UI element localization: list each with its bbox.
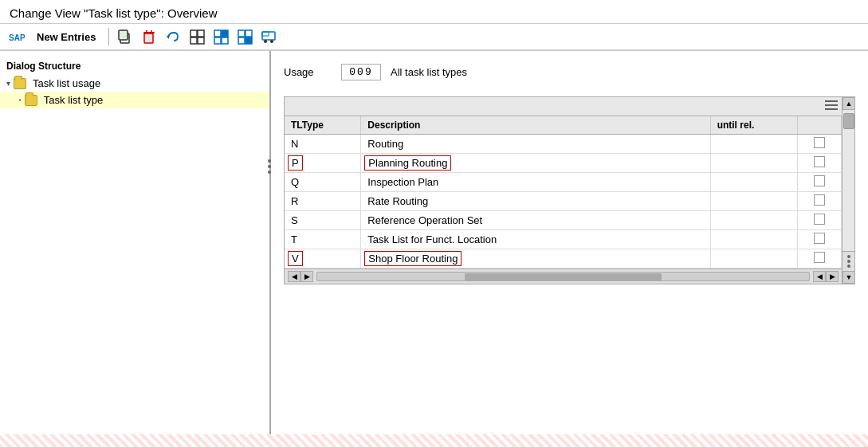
delete-icon[interactable] — [139, 27, 159, 46]
resize-handle[interactable] — [268, 159, 271, 174]
cell-check-s[interactable] — [798, 211, 842, 230]
cell-desc-q: Inspection Plan — [361, 173, 710, 192]
svg-rect-10 — [190, 37, 197, 44]
folder-icon — [14, 78, 26, 89]
scroll-track-v[interactable] — [842, 110, 854, 251]
sidebar-item-task-list-usage[interactable]: ▾ Task list usage — [0, 75, 269, 92]
usage-label: Usage — [284, 66, 332, 78]
data-table: TLType Description until rel. N Routing — [285, 116, 842, 269]
scroll-right-small[interactable]: ▶ — [300, 271, 313, 282]
sidebar-title: Dialog Structure — [0, 57, 269, 75]
svg-rect-5 — [143, 32, 155, 33]
svg-rect-19 — [245, 30, 252, 37]
cell-desc-r: Rate Routing — [361, 192, 710, 211]
svg-rect-4 — [144, 33, 153, 43]
table-row[interactable]: N Routing — [285, 135, 842, 154]
cell-tltype-p: P — [285, 154, 361, 173]
content-area: Usage 009 All task list types — [271, 51, 868, 434]
table-settings-icon[interactable] — [824, 99, 839, 114]
table-row[interactable]: V Shop Floor Routing — [285, 249, 842, 269]
red-border-p: P — [288, 155, 303, 171]
usage-description: All task list types — [391, 66, 467, 78]
red-border-p-desc: Planning Routing — [364, 155, 451, 171]
bottom-stripe — [0, 434, 868, 447]
sidebar-item-task-list-type[interactable]: ▪ Task list type — [0, 92, 269, 108]
copy-icon[interactable] — [116, 27, 135, 46]
cell-check-n[interactable] — [798, 135, 842, 154]
task-list-usage-label: Task list usage — [33, 77, 100, 89]
cell-tltype-r: R — [285, 192, 361, 211]
cell-until-r — [710, 192, 798, 211]
red-border-v-desc: Shop Floor Routing — [364, 251, 461, 266]
svg-rect-18 — [238, 37, 245, 44]
sap-icon: SAP — [6, 27, 26, 46]
cell-check-r[interactable] — [798, 192, 842, 211]
cell-desc-t: Task List for Funct. Location — [361, 230, 710, 249]
usage-row: Usage 009 All task list types — [284, 64, 855, 80]
transport-icon[interactable] — [259, 27, 278, 46]
cell-until-v — [710, 249, 798, 269]
cell-until-t — [710, 230, 798, 249]
svg-rect-9 — [190, 30, 197, 37]
col-description-header: Description — [361, 116, 710, 135]
table-row[interactable]: P Planning Routing — [285, 154, 842, 173]
cell-until-n — [710, 135, 798, 154]
cell-tltype-v: V — [285, 249, 361, 269]
cell-desc-n: Routing — [361, 135, 710, 154]
toolbar: SAP New Entries — [0, 24, 868, 51]
scroll-track-h[interactable] — [316, 272, 810, 281]
scroll-up-button[interactable]: ▲ — [842, 97, 855, 110]
import-icon[interactable] — [235, 27, 254, 46]
task-list-type-label: Task list type — [44, 94, 103, 106]
cell-until-p — [710, 154, 798, 173]
svg-marker-8 — [167, 34, 169, 39]
scroll-left-button[interactable]: ◀ — [288, 271, 300, 282]
cell-until-q — [710, 173, 798, 192]
cell-check-q[interactable] — [798, 173, 842, 192]
cell-tltype-n: N — [285, 135, 361, 154]
table-wrapper: TLType Description until rel. N Routing — [285, 97, 842, 284]
scroll-down-button[interactable]: ▼ — [842, 271, 855, 284]
usage-value: 009 — [341, 64, 381, 80]
cell-until-s — [710, 211, 798, 230]
cell-desc-v: Shop Floor Routing — [361, 249, 710, 269]
cell-desc-p: Planning Routing — [361, 154, 710, 173]
new-entries-button[interactable]: New Entries — [30, 29, 102, 45]
table-row[interactable]: Q Inspection Plan — [285, 173, 842, 192]
table-header-row: TLType Description until rel. — [285, 116, 842, 135]
export-icon[interactable] — [211, 27, 230, 46]
col-tltype-header: TLType — [285, 116, 361, 135]
page-title: Change View "Task list type": Overview — [0, 0, 868, 24]
undo-icon[interactable] — [163, 27, 183, 46]
table-row[interactable]: R Rate Routing — [285, 192, 842, 211]
scroll-thumb-h — [465, 273, 662, 281]
svg-point-24 — [270, 40, 273, 43]
scroll-left-button-2[interactable]: ◀ — [813, 271, 826, 282]
select-all-icon[interactable] — [187, 27, 206, 46]
horizontal-scrollbar[interactable]: ◀ ▶ ◀ ▶ — [285, 269, 842, 284]
cell-check-t[interactable] — [798, 230, 842, 249]
svg-text:SAP: SAP — [9, 33, 25, 42]
scroll-grip-v — [843, 113, 854, 129]
table-header-controls — [285, 97, 842, 116]
divider-1 — [108, 28, 109, 45]
cell-check-v[interactable] — [798, 249, 842, 269]
svg-rect-20 — [245, 37, 252, 44]
table-row[interactable]: S Reference Operation Set — [285, 211, 842, 230]
cell-check-p[interactable] — [798, 154, 842, 173]
expand-arrow: ▾ — [6, 79, 10, 88]
scroll-right-button[interactable]: ▶ — [826, 271, 839, 282]
table-row[interactable]: T Task List for Funct. Location — [285, 230, 842, 249]
col-until-header: until rel. — [710, 116, 798, 135]
svg-rect-16 — [222, 37, 228, 44]
sidebar: Dialog Structure ▾ Task list usage ▪ Tas… — [0, 51, 271, 434]
vertical-scrollbar[interactable]: ▲ ▼ — [842, 97, 854, 284]
svg-rect-13 — [214, 30, 221, 37]
col-checkbox-header — [798, 116, 842, 135]
svg-rect-14 — [214, 37, 221, 44]
main-layout: Dialog Structure ▾ Task list usage ▪ Tas… — [0, 51, 868, 434]
svg-rect-11 — [198, 30, 204, 37]
cell-tltype-q: Q — [285, 173, 361, 192]
red-border-v: V — [288, 251, 303, 266]
cell-tltype-s: S — [285, 211, 361, 230]
